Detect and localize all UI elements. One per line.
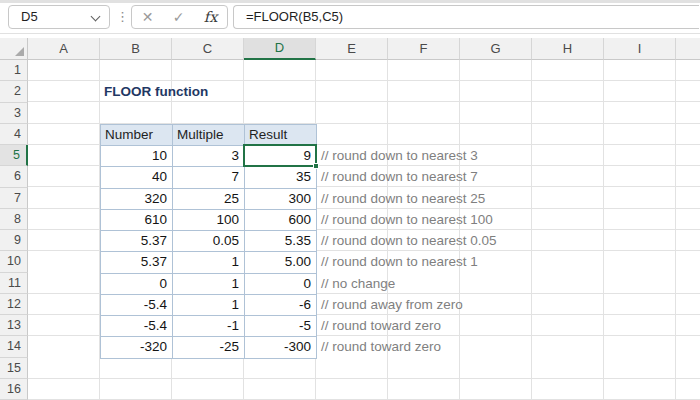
table-cell[interactable]: 1 bbox=[173, 252, 245, 273]
table-cell[interactable]: -1 bbox=[173, 316, 245, 337]
table-cell[interactable]: -5.4 bbox=[101, 295, 173, 316]
select-all-corner[interactable] bbox=[0, 38, 28, 60]
table-cell[interactable]: 5.37 bbox=[101, 252, 173, 273]
name-box-value: D5 bbox=[21, 9, 38, 24]
table-cell[interactable]: 5.37 bbox=[101, 231, 173, 252]
table-cell[interactable]: 610 bbox=[101, 210, 173, 231]
excel-window: D5 ⋮ ✕ ✓ fx =FLOOR(B5,C5) A B C D E F G … bbox=[0, 0, 700, 400]
table-cell[interactable]: 0 bbox=[101, 274, 173, 295]
column-header-a[interactable]: A bbox=[28, 38, 100, 60]
table-cell[interactable]: -25 bbox=[173, 337, 245, 358]
comment-text[interactable]: // round down to nearest 3 bbox=[321, 145, 478, 166]
row-header-1[interactable]: 1 bbox=[0, 60, 28, 81]
row-header-7[interactable]: 7 bbox=[0, 188, 28, 209]
table-header-result[interactable]: Result bbox=[245, 125, 317, 146]
table-cell[interactable]: 320 bbox=[101, 189, 173, 210]
comment-text[interactable]: // no change bbox=[321, 273, 395, 294]
comment-text[interactable]: // round down to nearest 100 bbox=[321, 209, 493, 230]
row-header-16[interactable]: 16 bbox=[0, 379, 28, 400]
table-row: 5.37 1 5.00 bbox=[101, 252, 317, 273]
column-header-b[interactable]: B bbox=[100, 38, 172, 60]
comment-text[interactable]: // round down to nearest 1 bbox=[321, 251, 478, 272]
comment-text[interactable]: // round toward zero bbox=[321, 336, 441, 357]
column-header-e[interactable]: E bbox=[316, 38, 388, 60]
enter-icon[interactable]: ✓ bbox=[173, 9, 185, 25]
comment-text[interactable]: // round away from zero bbox=[321, 294, 463, 315]
table-cell[interactable]: 7 bbox=[173, 167, 245, 188]
table-cell[interactable]: -6 bbox=[245, 295, 317, 316]
comment-text[interactable]: // round toward zero bbox=[321, 315, 441, 336]
row-header-2[interactable]: 2 bbox=[0, 81, 28, 102]
row-header-4[interactable]: 4 bbox=[0, 124, 28, 145]
table-row: 0 1 0 bbox=[101, 274, 317, 295]
table-cell[interactable]: 3 bbox=[173, 146, 245, 167]
table-cell[interactable]: 25 bbox=[173, 189, 245, 210]
table-header-row: Number Multiple Result bbox=[101, 125, 317, 146]
row-header-9[interactable]: 9 bbox=[0, 230, 28, 251]
column-header-partial[interactable] bbox=[676, 38, 700, 60]
row-header-8[interactable]: 8 bbox=[0, 209, 28, 230]
formula-bar: D5 ⋮ ✕ ✓ fx =FLOOR(B5,C5) bbox=[0, 3, 700, 33]
table-cell[interactable]: 5.35 bbox=[245, 231, 317, 252]
column-header-h[interactable]: H bbox=[532, 38, 604, 60]
formula-input[interactable]: =FLOOR(B5,C5) bbox=[233, 5, 699, 29]
table-cell[interactable]: 5.00 bbox=[245, 252, 317, 273]
row-header-3[interactable]: 3 bbox=[0, 103, 28, 124]
table-row: -5.4 1 -6 bbox=[101, 295, 317, 316]
table-row: -320 -25 -300 bbox=[101, 337, 317, 358]
table-cell[interactable]: -5 bbox=[245, 316, 317, 337]
table-row: 610 100 600 bbox=[101, 210, 317, 231]
table-row: -5.4 -1 -5 bbox=[101, 316, 317, 337]
row-header-10[interactable]: 10 bbox=[0, 251, 28, 272]
insert-function-icon[interactable]: fx bbox=[204, 9, 218, 25]
select-all-triangle-icon bbox=[15, 47, 24, 56]
row-header-12[interactable]: 12 bbox=[0, 294, 28, 315]
table-cell[interactable]: 100 bbox=[173, 210, 245, 231]
comment-text[interactable]: // round down to nearest 0.05 bbox=[321, 230, 497, 251]
row-header-15[interactable]: 15 bbox=[0, 358, 28, 379]
table-row: 40 7 35 bbox=[101, 167, 317, 188]
table-cell-selected[interactable]: 9 bbox=[245, 146, 317, 167]
table-row: 5.37 0.05 5.35 bbox=[101, 231, 317, 252]
table-cell[interactable]: 40 bbox=[101, 167, 173, 188]
column-header-f[interactable]: F bbox=[388, 38, 460, 60]
column-header-d-selected[interactable]: D bbox=[244, 38, 316, 60]
table-cell[interactable]: -300 bbox=[245, 337, 317, 358]
table-row: 10 3 9 bbox=[101, 146, 317, 167]
table-cell[interactable]: 1 bbox=[173, 274, 245, 295]
row-header-5-selected[interactable]: 5 bbox=[0, 145, 28, 166]
row-header-14[interactable]: 14 bbox=[0, 336, 28, 357]
column-header-g[interactable]: G bbox=[460, 38, 532, 60]
column-header-i[interactable]: I bbox=[604, 38, 676, 60]
table-cell[interactable]: 10 bbox=[101, 146, 173, 167]
comment-text[interactable]: // round down to nearest 7 bbox=[321, 166, 478, 187]
table-header-number[interactable]: Number bbox=[101, 125, 173, 146]
table-cell[interactable]: 35 bbox=[245, 167, 317, 188]
fill-handle[interactable] bbox=[313, 163, 319, 169]
table-cell[interactable]: 0 bbox=[245, 274, 317, 295]
column-header-c[interactable]: C bbox=[172, 38, 244, 60]
table-cell[interactable]: 1 bbox=[173, 295, 245, 316]
row-header-13[interactable]: 13 bbox=[0, 315, 28, 336]
chevron-down-icon[interactable] bbox=[91, 12, 101, 22]
data-table: Number Multiple Result 10 3 9 40 7 35 32… bbox=[100, 124, 317, 359]
table-cell[interactable]: 300 bbox=[245, 189, 317, 210]
sheet-title-cell[interactable]: FLOOR function bbox=[104, 81, 208, 102]
table-cell[interactable]: 600 bbox=[245, 210, 317, 231]
separator-dots-icon: ⋮ bbox=[116, 5, 129, 29]
name-box[interactable]: D5 bbox=[8, 5, 110, 29]
comment-text[interactable]: // round down to nearest 25 bbox=[321, 188, 485, 209]
formula-button-group: ✕ ✓ fx bbox=[131, 5, 228, 29]
table-cell[interactable]: 0.05 bbox=[173, 231, 245, 252]
table-cell[interactable]: -320 bbox=[101, 337, 173, 358]
formula-bar-divider bbox=[0, 33, 700, 34]
cancel-icon[interactable]: ✕ bbox=[142, 9, 154, 25]
row-header-11[interactable]: 11 bbox=[0, 273, 28, 294]
row-header-6[interactable]: 6 bbox=[0, 166, 28, 187]
table-row: 320 25 300 bbox=[101, 189, 317, 210]
table-header-multiple[interactable]: Multiple bbox=[173, 125, 245, 146]
table-cell[interactable]: -5.4 bbox=[101, 316, 173, 337]
